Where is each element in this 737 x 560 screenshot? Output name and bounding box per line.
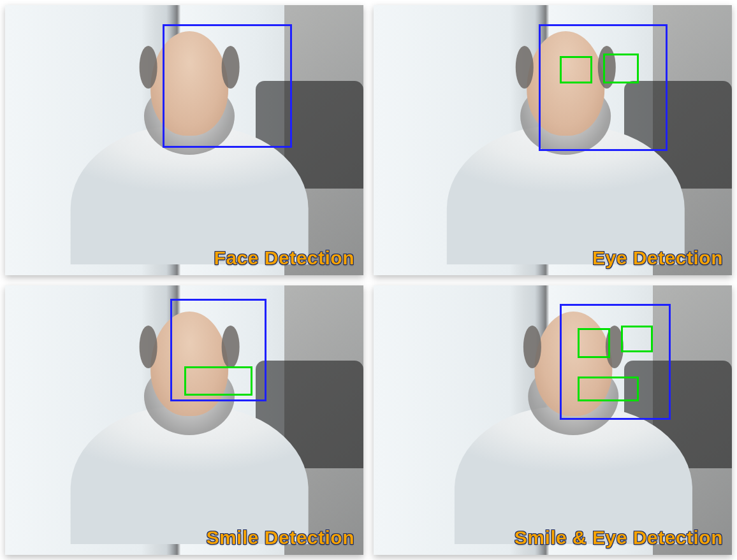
caption-smile-eye: Smile & Eye Detection <box>514 527 723 549</box>
eye-bounding-box-right <box>603 54 639 83</box>
face-bounding-box <box>560 304 671 420</box>
panel-smile-eye-detection: Smile & Eye Detection <box>374 285 732 556</box>
panel-smile-detection: Smile Detection <box>5 285 363 556</box>
face-bounding-box <box>163 24 291 148</box>
smile-bounding-box <box>184 366 252 396</box>
face-bounding-box <box>539 24 668 151</box>
caption-eye: Eye Detection <box>592 247 723 269</box>
detection-grid: Face Detection Eye Detection <box>5 5 732 555</box>
panel-eye-detection: Eye Detection <box>374 5 732 275</box>
caption-face: Face Detection <box>214 247 354 269</box>
eye-bounding-box-left <box>560 56 592 83</box>
smile-bounding-box <box>578 377 639 401</box>
panel-face-detection: Face Detection <box>5 5 363 275</box>
caption-smile: Smile Detection <box>206 527 354 549</box>
eye-bounding-box-right <box>621 326 653 352</box>
eye-bounding-box-left <box>578 328 610 358</box>
